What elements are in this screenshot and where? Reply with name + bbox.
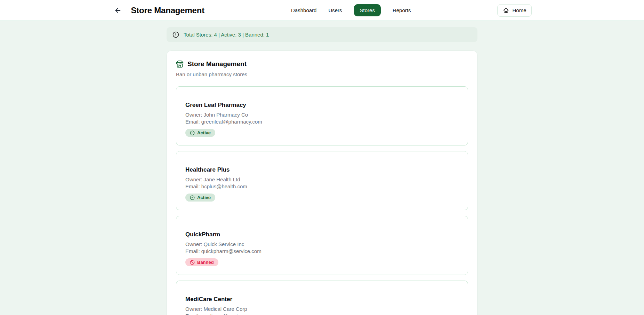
store-email: Email: hcplus@health.com [185, 183, 459, 190]
home-button[interactable]: Home [497, 4, 532, 17]
circle-check-icon [190, 131, 195, 135]
status-badge-label: Active [197, 130, 211, 136]
store-card[interactable]: Healthcare PlusOwner: Jane Health LtdEma… [176, 151, 468, 210]
store-name: Green Leaf Pharmacy [185, 101, 459, 109]
card-subtitle: Ban or unban pharmacy stores [176, 71, 468, 78]
store-owner: Owner: Medical Care Corp [185, 306, 459, 313]
header-left-group: Store Management [112, 5, 205, 16]
top-navbar-inner: Store Management DashboardUsersStoresRep… [112, 0, 532, 21]
store-email: Email: greenleaf@pharmacy.com [185, 118, 459, 125]
store-email: Email: medicare@center.com [185, 313, 459, 315]
store-owner: Owner: Jane Health Ltd [185, 176, 459, 183]
main-nav: DashboardUsersStoresReports [291, 4, 411, 16]
store-owner: Owner: Quick Service Inc [185, 241, 459, 248]
store-card[interactable]: MediCare CenterOwner: Medical Care CorpE… [176, 281, 468, 315]
nav-item-dashboard[interactable]: Dashboard [291, 7, 316, 13]
status-badge-label: Active [197, 195, 211, 200]
card-header: Store Management [176, 60, 468, 68]
circle-alert-icon [172, 31, 179, 38]
ban-icon [190, 260, 195, 265]
nav-item-stores[interactable]: Stores [354, 4, 381, 16]
status-badge: Active [185, 194, 215, 202]
store-email: Email: quickpharm@service.com [185, 248, 459, 255]
status-badge-label: Banned [197, 259, 214, 265]
page-title: Store Management [131, 6, 205, 15]
store-list: Green Leaf PharmacyOwner: John Pharmacy … [176, 86, 468, 315]
top-navbar: Store Management DashboardUsersStoresRep… [0, 0, 644, 21]
store-name: QuickPharm [185, 231, 459, 238]
store-icon [176, 60, 184, 68]
stats-banner-text: Total Stores: 4 | Active: 3 | Banned: 1 [184, 32, 269, 38]
home-icon [503, 7, 509, 14]
store-name: MediCare Center [185, 296, 459, 303]
arrow-left-icon [114, 7, 122, 14]
store-name: Healthcare Plus [185, 166, 459, 173]
status-badge: Active [185, 129, 215, 137]
back-button[interactable] [112, 5, 123, 16]
store-card[interactable]: Green Leaf PharmacyOwner: John Pharmacy … [176, 86, 468, 145]
nav-item-users[interactable]: Users [328, 7, 342, 13]
stats-banner: Total Stores: 4 | Active: 3 | Banned: 1 [167, 27, 477, 42]
nav-item-reports[interactable]: Reports [393, 7, 411, 13]
store-card[interactable]: QuickPharmOwner: Quick Service IncEmail:… [176, 216, 468, 275]
store-owner: Owner: John Pharmacy Co [185, 111, 459, 118]
status-badge: Banned [185, 258, 218, 266]
circle-check-icon [190, 195, 195, 200]
store-management-card: Store Management Ban or unban pharmacy s… [167, 50, 477, 315]
card-title: Store Management [187, 60, 247, 68]
content-column: Total Stores: 4 | Active: 3 | Banned: 1 … [167, 27, 477, 315]
home-button-label: Home [512, 7, 526, 13]
